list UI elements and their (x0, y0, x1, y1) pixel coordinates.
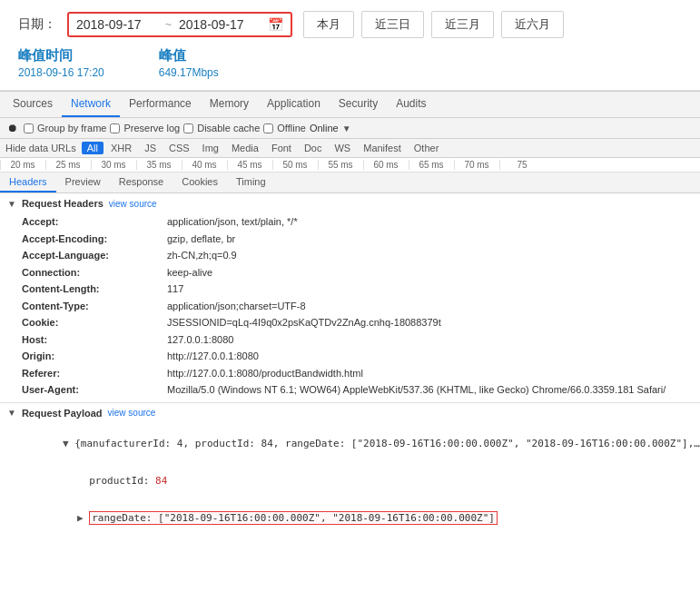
online-dropdown-icon[interactable]: ▼ (342, 123, 351, 133)
peak-value: 649.17Mbps (159, 66, 219, 79)
header-key-accept-encoding: Accept-Encoding: (22, 232, 167, 247)
network-toolbar: ⏺ Group by frame Preserve log Disable ca… (0, 118, 700, 139)
header-row-accept-encoding: Accept-Encoding: gzip, deflate, br (22, 231, 685, 248)
filter-all[interactable]: All (82, 142, 104, 154)
disable-cache-group[interactable]: Disable cache (183, 123, 260, 133)
request-headers-table: Accept: application/json, text/plain, */… (0, 213, 700, 402)
header-val-accept: application/json, text/plain, */* (167, 214, 298, 230)
request-headers-title: Request Headers (22, 198, 104, 209)
header-row-connection: Connection: keep-alive (22, 264, 685, 281)
offline-group[interactable]: Offline (263, 123, 306, 133)
tick-20ms: 20 ms (0, 160, 45, 170)
tab-audits[interactable]: Audits (387, 92, 435, 117)
payload-product-id-key: productId: (77, 475, 155, 487)
date-from-input[interactable] (76, 17, 158, 32)
request-headers-section-header[interactable]: ▼ Request Headers view source (0, 193, 700, 213)
headers-tab-preview[interactable]: Preview (56, 173, 110, 192)
date-to-input[interactable] (179, 17, 261, 32)
tab-performance[interactable]: Performance (120, 92, 201, 117)
date-input-group[interactable]: ~ 📅 (67, 12, 292, 37)
group-by-frame-label: Group by frame (37, 123, 106, 133)
request-headers-collapse-icon[interactable]: ▼ (7, 199, 16, 209)
header-key-accept-language: Accept-Language: (22, 248, 167, 263)
headers-tab-cookies[interactable]: Cookies (173, 173, 227, 192)
tick-30ms: 30 ms (91, 160, 136, 170)
filter-media[interactable]: Media (226, 142, 264, 154)
filter-font[interactable]: Font (266, 142, 297, 154)
disable-cache-checkbox[interactable] (183, 123, 193, 133)
tick-50ms: 50 ms (272, 160, 318, 170)
offline-label: Offline (277, 123, 306, 133)
payload-expand-icon-1[interactable]: ▼ (63, 438, 74, 449)
header-val-origin: http://127.0.0.1:8080 (167, 349, 259, 364)
header-row-user-agent: User-Agent: Mozilla/5.0 (Windows NT 6.1;… (22, 381, 685, 399)
last-three-months-button[interactable]: 近三月 (431, 11, 494, 38)
date-button-group: 本月 近三日 近三月 近六月 (303, 11, 564, 38)
payload-line-3: ▶ rangeDate: ["2018-09-16T16:00:00.000Z"… (15, 499, 685, 537)
timeline-bar: 20 ms 25 ms 30 ms 35 ms 40 ms 45 ms 50 m… (0, 158, 700, 173)
preserve-log-checkbox[interactable] (110, 123, 120, 133)
header-val-content-length: 117 (167, 281, 183, 297)
filter-bar: Hide data URLs All XHR JS CSS Img Media … (0, 139, 700, 158)
headers-tab-headers[interactable]: Headers (0, 173, 56, 192)
peak-value-col: 峰值 649.17Mbps (159, 47, 219, 79)
header-row-content-length: Content-Length: 117 (22, 281, 685, 298)
filter-other[interactable]: Other (409, 142, 445, 154)
peak-time-col: 峰值时间 2018-09-16 17:20 (18, 47, 104, 79)
filter-doc[interactable]: Doc (299, 142, 328, 154)
headers-tab-response[interactable]: Response (110, 173, 173, 192)
header-row-cookie: Cookie: JSESSIONID=qLq-4I9q0x2psKaQTDv2Z… (22, 314, 685, 331)
devtools-tab-bar: Sources Network Performance Memory Appli… (0, 92, 700, 118)
headers-tab-timing[interactable]: Timing (227, 173, 275, 192)
preserve-log-label: Preserve log (123, 123, 180, 133)
request-payload-collapse-icon[interactable]: ▼ (7, 408, 16, 418)
group-by-frame-group[interactable]: Group by frame (24, 123, 106, 133)
offline-checkbox[interactable] (263, 123, 273, 133)
filter-img[interactable]: Img (197, 142, 224, 154)
online-group[interactable]: Online ▼ (310, 123, 351, 133)
calendar-icon[interactable]: 📅 (268, 17, 283, 32)
filter-js[interactable]: JS (139, 142, 162, 154)
preserve-log-group[interactable]: Preserve log (110, 123, 180, 133)
header-val-user-agent: Mozilla/5.0 (Windows NT 6.1; WOW64) Appl… (167, 382, 665, 398)
filter-xhr[interactable]: XHR (105, 142, 137, 154)
payload-line-1-text: {manufacturerId: 4, productId: 84, range… (74, 438, 700, 449)
last-six-months-button[interactable]: 近六月 (501, 11, 564, 38)
payload-tree: ▼ {manufacturerId: 4, productId: 84, ran… (0, 423, 700, 538)
filter-manifest[interactable]: Manifest (358, 142, 407, 154)
record-icon[interactable]: ⏺ (5, 121, 20, 135)
request-payload-section-header[interactable]: ▼ Request Payload view source (0, 403, 700, 423)
request-details: ▼ Request Headers view source Accept: ap… (0, 193, 700, 538)
last-three-days-button[interactable]: 近三日 (361, 11, 424, 38)
tick-60ms: 60 ms (363, 160, 409, 170)
tick-35ms: 35 ms (136, 160, 182, 170)
tab-security[interactable]: Security (330, 92, 387, 117)
filter-ws[interactable]: WS (329, 142, 356, 154)
payload-product-id-val: 84 (155, 475, 167, 487)
disable-cache-label: Disable cache (197, 123, 260, 133)
header-key-cookie: Cookie: (22, 315, 167, 331)
filter-css[interactable]: CSS (163, 142, 195, 154)
payload-line-1: ▼ {manufacturerId: 4, productId: 84, ran… (15, 425, 685, 462)
header-val-referer: http://127.0.0.1:8080/productBandwidth.h… (167, 366, 363, 381)
header-row-origin: Origin: http://127.0.0.1:8080 (22, 348, 685, 365)
header-row-accept: Accept: application/json, text/plain, */… (22, 213, 685, 231)
payload-expand-icon-3[interactable]: ▶ (77, 512, 89, 524)
tick-75: 75 (499, 160, 545, 170)
tab-sources[interactable]: Sources (4, 92, 62, 117)
header-key-connection: Connection: (22, 265, 167, 281)
tab-application[interactable]: Application (258, 92, 330, 117)
tab-network[interactable]: Network (62, 92, 120, 117)
request-payload-view-source[interactable]: view source (108, 408, 156, 418)
tab-memory[interactable]: Memory (201, 92, 258, 117)
this-month-button[interactable]: 本月 (303, 11, 354, 38)
header-row-host: Host: 127.0.0.1:8080 (22, 331, 685, 349)
tick-55ms: 55 ms (318, 160, 363, 170)
group-by-frame-checkbox[interactable] (24, 123, 34, 133)
peak-value-label: 峰值 (159, 47, 219, 64)
header-row-accept-language: Accept-Language: zh-CN,zh;q=0.9 (22, 247, 685, 264)
header-val-connection: keep-alive (167, 265, 212, 281)
header-val-accept-language: zh-CN,zh;q=0.9 (167, 248, 237, 263)
header-val-host: 127.0.0.1:8080 (167, 332, 233, 348)
request-headers-view-source[interactable]: view source (109, 199, 157, 209)
